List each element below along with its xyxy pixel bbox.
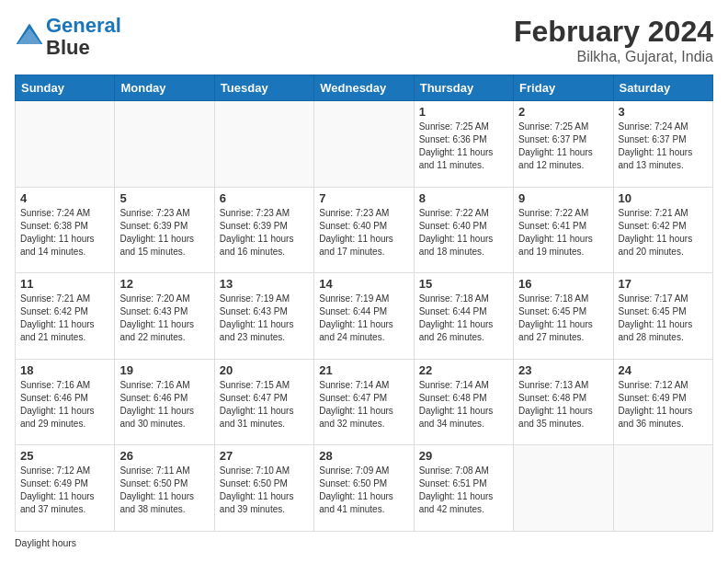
svg-marker-1: [17, 29, 41, 45]
day-cell: 19Sunrise: 7:16 AMSunset: 6:46 PMDayligh…: [115, 359, 214, 445]
day-cell: 18Sunrise: 7:16 AMSunset: 6:46 PMDayligh…: [16, 359, 115, 445]
day-number: 5: [119, 191, 209, 205]
day-number: 3: [619, 105, 708, 119]
day-info: Sunrise: 7:21 AMSunset: 6:42 PMDaylight:…: [619, 207, 708, 259]
day-number: 17: [619, 277, 708, 291]
day-info: Sunrise: 7:13 AMSunset: 6:48 PMDaylight:…: [518, 379, 608, 431]
day-number: 10: [619, 191, 708, 205]
day-cell: 15Sunrise: 7:18 AMSunset: 6:44 PMDayligh…: [414, 273, 513, 360]
day-cell: 12Sunrise: 7:20 AMSunset: 6:43 PMDayligh…: [115, 273, 214, 360]
weekday-header-friday: Friday: [514, 75, 613, 101]
day-number: 4: [20, 191, 109, 205]
day-info: Sunrise: 7:08 AMSunset: 6:51 PMDaylight:…: [419, 465, 508, 516]
day-info: Sunrise: 7:16 AMSunset: 6:46 PMDaylight:…: [20, 379, 109, 431]
day-number: 19: [119, 363, 209, 377]
day-number: 7: [319, 191, 408, 205]
day-info: Sunrise: 7:11 AMSunset: 6:50 PMDaylight:…: [119, 465, 209, 516]
day-cell: [314, 101, 414, 188]
day-cell: 26Sunrise: 7:11 AMSunset: 6:50 PMDayligh…: [115, 445, 214, 532]
day-number: 13: [220, 277, 309, 291]
day-info: Sunrise: 7:18 AMSunset: 6:45 PMDaylight:…: [518, 293, 608, 344]
day-info: Sunrise: 7:09 AMSunset: 6:50 PMDaylight:…: [319, 465, 408, 516]
day-info: Sunrise: 7:12 AMSunset: 6:49 PMDaylight:…: [619, 379, 708, 431]
day-cell: 2Sunrise: 7:25 AMSunset: 6:37 PMDaylight…: [514, 101, 613, 188]
day-cell: 14Sunrise: 7:19 AMSunset: 6:44 PMDayligh…: [314, 273, 414, 360]
day-cell: [514, 445, 613, 532]
day-number: 21: [319, 363, 408, 377]
day-number: 23: [518, 363, 608, 377]
day-cell: 13Sunrise: 7:19 AMSunset: 6:43 PMDayligh…: [214, 273, 313, 360]
day-cell: 17Sunrise: 7:17 AMSunset: 6:45 PMDayligh…: [613, 273, 712, 360]
calendar-title: February 2024: [514, 15, 713, 49]
day-number: 12: [119, 277, 209, 291]
weekday-header-sunday: Sunday: [16, 75, 115, 101]
day-cell: 3Sunrise: 7:24 AMSunset: 6:37 PMDaylight…: [613, 101, 712, 188]
day-cell: 16Sunrise: 7:18 AMSunset: 6:45 PMDayligh…: [514, 273, 613, 360]
day-number: 22: [419, 363, 508, 377]
day-info: Sunrise: 7:22 AMSunset: 6:40 PMDaylight:…: [419, 207, 508, 259]
calendar-subtitle: Bilkha, Gujarat, India: [514, 49, 713, 65]
day-info: Sunrise: 7:10 AMSunset: 6:50 PMDaylight:…: [220, 465, 309, 516]
day-number: 1: [419, 105, 508, 119]
page: General Blue February 2024 Bilkha, Gujar…: [0, 0, 728, 563]
day-cell: 28Sunrise: 7:09 AMSunset: 6:50 PMDayligh…: [314, 445, 414, 532]
day-info: Sunrise: 7:18 AMSunset: 6:44 PMDaylight:…: [419, 293, 508, 344]
day-info: Sunrise: 7:24 AMSunset: 6:37 PMDaylight:…: [619, 121, 708, 172]
weekday-header-monday: Monday: [115, 75, 214, 101]
day-info: Sunrise: 7:19 AMSunset: 6:43 PMDaylight:…: [220, 293, 309, 344]
day-number: 18: [20, 363, 109, 377]
day-info: Sunrise: 7:20 AMSunset: 6:43 PMDaylight:…: [119, 293, 209, 344]
day-info: Sunrise: 7:19 AMSunset: 6:44 PMDaylight:…: [319, 293, 408, 344]
week-row-1: 1Sunrise: 7:25 AMSunset: 6:36 PMDaylight…: [16, 101, 713, 188]
day-cell: 11Sunrise: 7:21 AMSunset: 6:42 PMDayligh…: [16, 273, 115, 360]
calendar-table: SundayMondayTuesdayWednesdayThursdayFrid…: [15, 75, 713, 532]
day-info: Sunrise: 7:23 AMSunset: 6:39 PMDaylight:…: [220, 207, 309, 259]
day-info: Sunrise: 7:23 AMSunset: 6:39 PMDaylight:…: [119, 207, 209, 259]
day-number: 6: [220, 191, 309, 205]
week-row-5: 25Sunrise: 7:12 AMSunset: 6:49 PMDayligh…: [16, 445, 713, 532]
day-cell: 10Sunrise: 7:21 AMSunset: 6:42 PMDayligh…: [613, 187, 712, 273]
day-number: 26: [119, 449, 209, 463]
day-info: Sunrise: 7:24 AMSunset: 6:38 PMDaylight:…: [20, 207, 109, 259]
day-cell: 29Sunrise: 7:08 AMSunset: 6:51 PMDayligh…: [414, 445, 513, 532]
day-cell: 25Sunrise: 7:12 AMSunset: 6:49 PMDayligh…: [16, 445, 115, 532]
day-number: 9: [518, 191, 608, 205]
day-number: 28: [319, 449, 408, 463]
logo-icon: [15, 22, 44, 52]
day-cell: 6Sunrise: 7:23 AMSunset: 6:39 PMDaylight…: [214, 187, 313, 273]
day-info: Sunrise: 7:25 AMSunset: 6:37 PMDaylight:…: [518, 121, 608, 172]
weekday-header-wednesday: Wednesday: [314, 75, 414, 101]
day-number: 8: [419, 191, 508, 205]
day-cell: 22Sunrise: 7:14 AMSunset: 6:48 PMDayligh…: [414, 359, 513, 445]
day-number: 14: [319, 277, 408, 291]
day-number: 24: [619, 363, 708, 377]
day-info: Sunrise: 7:16 AMSunset: 6:46 PMDaylight:…: [119, 379, 209, 431]
day-number: 27: [220, 449, 309, 463]
weekday-header-tuesday: Tuesday: [214, 75, 313, 101]
week-row-2: 4Sunrise: 7:24 AMSunset: 6:38 PMDaylight…: [16, 187, 713, 273]
weekday-header-saturday: Saturday: [613, 75, 712, 101]
logo: General Blue: [15, 15, 121, 59]
weekday-header-thursday: Thursday: [414, 75, 513, 101]
day-info: Sunrise: 7:22 AMSunset: 6:41 PMDaylight:…: [518, 207, 608, 259]
day-number: 16: [518, 277, 608, 291]
day-cell: 1Sunrise: 7:25 AMSunset: 6:36 PMDaylight…: [414, 101, 513, 188]
title-block: February 2024 Bilkha, Gujarat, India: [514, 15, 713, 65]
header: General Blue February 2024 Bilkha, Gujar…: [15, 15, 713, 65]
day-info: Sunrise: 7:14 AMSunset: 6:48 PMDaylight:…: [419, 379, 508, 431]
day-cell: 23Sunrise: 7:13 AMSunset: 6:48 PMDayligh…: [514, 359, 613, 445]
day-info: Sunrise: 7:17 AMSunset: 6:45 PMDaylight:…: [619, 293, 708, 344]
day-info: Sunrise: 7:14 AMSunset: 6:47 PMDaylight:…: [319, 379, 408, 431]
day-cell: 24Sunrise: 7:12 AMSunset: 6:49 PMDayligh…: [613, 359, 712, 445]
day-number: 29: [419, 449, 508, 463]
weekday-header-row: SundayMondayTuesdayWednesdayThursdayFrid…: [16, 75, 713, 101]
day-cell: [115, 101, 214, 188]
footer-note: Daylight hours: [15, 537, 713, 548]
day-cell: [613, 445, 712, 532]
logo-text: General Blue: [46, 15, 121, 59]
day-info: Sunrise: 7:21 AMSunset: 6:42 PMDaylight:…: [20, 293, 109, 344]
day-cell: 8Sunrise: 7:22 AMSunset: 6:40 PMDaylight…: [414, 187, 513, 273]
day-cell: [214, 101, 313, 188]
day-number: 25: [20, 449, 109, 463]
day-number: 11: [20, 277, 109, 291]
